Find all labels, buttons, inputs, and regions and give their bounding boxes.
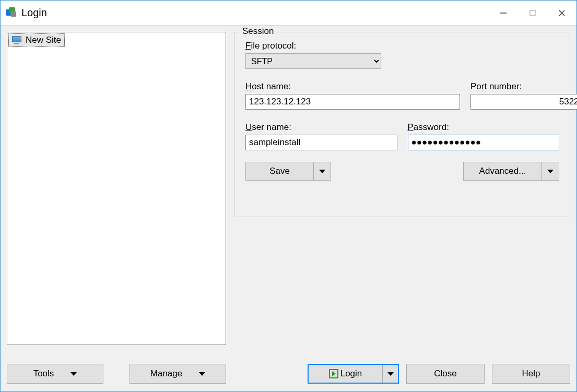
svg-rect-1 — [530, 10, 535, 16]
save-button-drop[interactable] — [313, 162, 331, 181]
host-name-input[interactable] — [245, 94, 460, 110]
manage-button[interactable]: Manage — [129, 364, 226, 384]
user-name-label: User name: — [245, 122, 397, 133]
chevron-down-icon — [387, 372, 394, 376]
close-button[interactable]: Close — [406, 364, 485, 384]
port-number-label: Port number: — [470, 81, 559, 92]
minimize-button[interactable] — [489, 1, 518, 25]
chevron-down-icon — [199, 372, 205, 376]
session-legend: Session — [240, 26, 276, 37]
manage-button-split: Manage — [129, 364, 226, 384]
port-number-input[interactable] — [470, 94, 577, 110]
maximize-button[interactable] — [518, 1, 547, 25]
password-input[interactable] — [408, 135, 560, 150]
user-name-input[interactable] — [245, 135, 397, 150]
chevron-down-icon — [547, 170, 554, 173]
close-window-button[interactable] — [547, 1, 576, 25]
file-protocol-label: File protocol: — [245, 41, 559, 51]
advanced-button[interactable]: Advanced... — [463, 162, 541, 181]
tools-button-split: Tools — [7, 364, 103, 384]
host-name-label: Host name: — [245, 81, 460, 92]
new-site-item[interactable]: ★ New Site — [8, 33, 65, 47]
new-site-label: New Site — [26, 35, 61, 45]
advanced-button-split: Advanced... — [463, 162, 559, 181]
sites-list[interactable]: ★ New Site — [7, 32, 226, 345]
login-button-split: Login — [308, 364, 399, 384]
title-bar: Login — [1, 1, 576, 26]
help-button[interactable]: Help — [492, 364, 570, 384]
file-protocol-select[interactable]: SFTP — [245, 53, 381, 69]
login-button[interactable]: Login — [309, 365, 382, 383]
app-icon — [6, 7, 17, 19]
chevron-down-icon — [319, 170, 325, 173]
chevron-down-icon — [70, 372, 77, 376]
window-title: Login — [21, 7, 47, 19]
save-button-split: Save — [245, 162, 331, 181]
session-group: Session File protocol: SFTP Host name: — [234, 32, 570, 217]
tools-button[interactable]: Tools — [7, 364, 103, 384]
login-button-drop[interactable] — [382, 365, 398, 383]
login-dialog: Login ★ New Site — [0, 0, 577, 392]
password-label: Password: — [408, 122, 560, 133]
bottom-bar: Tools Manage Logi — [7, 362, 570, 385]
advanced-button-drop[interactable] — [541, 162, 559, 181]
new-site-icon: ★ — [12, 36, 22, 44]
save-button[interactable]: Save — [245, 162, 313, 181]
login-icon — [329, 369, 338, 378]
